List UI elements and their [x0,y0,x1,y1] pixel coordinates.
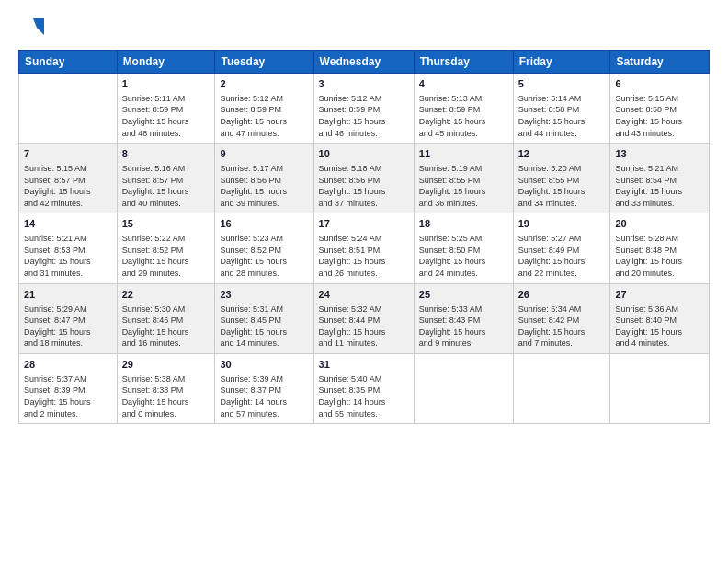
calendar-cell: 28Sunrise: 5:37 AM Sunset: 8:39 PM Dayli… [19,353,118,423]
day-number: 3 [319,77,409,91]
calendar-cell: 8Sunrise: 5:16 AM Sunset: 8:57 PM Daylig… [117,144,215,213]
day-info: Sunrise: 5:12 AM Sunset: 8:59 PM Dayligh… [319,93,409,139]
calendar-cell: 21Sunrise: 5:29 AM Sunset: 8:47 PM Dayli… [19,283,118,353]
day-info: Sunrise: 5:20 AM Sunset: 8:55 PM Dayligh… [518,163,606,209]
calendar-cell: 4Sunrise: 5:13 AM Sunset: 8:59 PM Daylig… [414,74,513,144]
day-number: 1 [122,77,210,91]
day-info: Sunrise: 5:14 AM Sunset: 8:58 PM Dayligh… [518,93,606,139]
day-number: 9 [220,147,308,161]
day-info: Sunrise: 5:28 AM Sunset: 8:48 PM Dayligh… [615,233,704,279]
day-number: 23 [220,288,308,302]
day-info: Sunrise: 5:23 AM Sunset: 8:52 PM Dayligh… [220,233,308,279]
day-info: Sunrise: 5:40 AM Sunset: 8:35 PM Dayligh… [319,373,409,419]
day-number: 7 [24,147,112,161]
day-number: 12 [518,147,606,161]
calendar-cell [19,74,118,144]
day-header-wednesday: Wednesday [313,51,414,74]
calendar-cell [513,353,610,423]
calendar-cell: 3Sunrise: 5:12 AM Sunset: 8:59 PM Daylig… [313,74,414,144]
calendar-cell: 2Sunrise: 5:12 AM Sunset: 8:59 PM Daylig… [215,74,313,144]
header-row: SundayMondayTuesdayWednesdayThursdayFrid… [19,51,710,74]
day-header-saturday: Saturday [610,51,710,74]
day-info: Sunrise: 5:15 AM Sunset: 8:58 PM Dayligh… [615,93,704,139]
day-number: 29 [122,358,210,372]
calendar-cell: 18Sunrise: 5:25 AM Sunset: 8:50 PM Dayli… [414,213,513,283]
day-info: Sunrise: 5:17 AM Sunset: 8:56 PM Dayligh… [220,163,308,209]
day-number: 17 [319,217,409,231]
day-number: 25 [419,288,508,302]
day-info: Sunrise: 5:11 AM Sunset: 8:59 PM Dayligh… [122,93,210,139]
day-info: Sunrise: 5:15 AM Sunset: 8:57 PM Dayligh… [24,163,112,209]
day-number: 11 [419,147,508,161]
calendar-cell: 26Sunrise: 5:34 AM Sunset: 8:42 PM Dayli… [513,283,610,353]
day-number: 26 [518,288,606,302]
day-number: 10 [319,147,409,161]
calendar-cell: 6Sunrise: 5:15 AM Sunset: 8:58 PM Daylig… [610,74,710,144]
calendar-cell: 29Sunrise: 5:38 AM Sunset: 8:38 PM Dayli… [117,353,215,423]
calendar-cell: 1Sunrise: 5:11 AM Sunset: 8:59 PM Daylig… [117,74,215,144]
day-info: Sunrise: 5:27 AM Sunset: 8:49 PM Dayligh… [518,233,606,279]
day-number: 13 [615,147,704,161]
calendar-cell: 7Sunrise: 5:15 AM Sunset: 8:57 PM Daylig… [19,144,118,213]
calendar-cell: 11Sunrise: 5:19 AM Sunset: 8:55 PM Dayli… [414,144,513,213]
day-number: 19 [518,217,606,231]
day-header-monday: Monday [117,51,215,74]
calendar-cell: 20Sunrise: 5:28 AM Sunset: 8:48 PM Dayli… [610,213,710,283]
calendar-cell: 25Sunrise: 5:33 AM Sunset: 8:43 PM Dayli… [414,283,513,353]
calendar-table: SundayMondayTuesdayWednesdayThursdayFrid… [18,50,710,424]
week-row-1: 1Sunrise: 5:11 AM Sunset: 8:59 PM Daylig… [19,74,710,144]
day-number: 8 [122,147,210,161]
day-info: Sunrise: 5:36 AM Sunset: 8:40 PM Dayligh… [615,304,704,350]
day-info: Sunrise: 5:37 AM Sunset: 8:39 PM Dayligh… [24,373,112,419]
day-number: 20 [615,217,704,231]
week-row-5: 28Sunrise: 5:37 AM Sunset: 8:39 PM Dayli… [19,353,710,423]
calendar-cell: 31Sunrise: 5:40 AM Sunset: 8:35 PM Dayli… [313,353,414,423]
day-number: 21 [24,288,112,302]
day-number: 6 [615,77,704,91]
week-row-2: 7Sunrise: 5:15 AM Sunset: 8:57 PM Daylig… [19,144,710,213]
day-number: 22 [122,288,210,302]
calendar-cell: 9Sunrise: 5:17 AM Sunset: 8:56 PM Daylig… [215,144,313,213]
day-number: 2 [220,77,308,91]
calendar-page: SundayMondayTuesdayWednesdayThursdayFrid… [0,0,728,563]
day-header-thursday: Thursday [414,51,513,74]
day-header-friday: Friday [513,51,610,74]
day-info: Sunrise: 5:32 AM Sunset: 8:44 PM Dayligh… [319,304,409,350]
day-info: Sunrise: 5:34 AM Sunset: 8:42 PM Dayligh… [518,304,606,350]
header [18,15,710,40]
calendar-cell: 15Sunrise: 5:22 AM Sunset: 8:52 PM Dayli… [117,213,215,283]
day-number: 4 [419,77,508,91]
calendar-cell: 16Sunrise: 5:23 AM Sunset: 8:52 PM Dayli… [215,213,313,283]
day-info: Sunrise: 5:30 AM Sunset: 8:46 PM Dayligh… [122,304,210,350]
day-number: 30 [220,358,308,372]
day-info: Sunrise: 5:16 AM Sunset: 8:57 PM Dayligh… [122,163,210,209]
calendar-cell: 5Sunrise: 5:14 AM Sunset: 8:58 PM Daylig… [513,74,610,144]
calendar-cell: 12Sunrise: 5:20 AM Sunset: 8:55 PM Dayli… [513,144,610,213]
day-info: Sunrise: 5:31 AM Sunset: 8:45 PM Dayligh… [220,304,308,350]
logo [18,15,48,40]
calendar-cell: 10Sunrise: 5:18 AM Sunset: 8:56 PM Dayli… [313,144,414,213]
day-number: 18 [419,217,508,231]
day-info: Sunrise: 5:21 AM Sunset: 8:53 PM Dayligh… [24,233,112,279]
day-info: Sunrise: 5:38 AM Sunset: 8:38 PM Dayligh… [122,373,210,419]
day-number: 15 [122,217,210,231]
day-header-tuesday: Tuesday [215,51,313,74]
day-info: Sunrise: 5:24 AM Sunset: 8:51 PM Dayligh… [319,233,409,279]
day-number: 27 [615,288,704,302]
calendar-cell: 13Sunrise: 5:21 AM Sunset: 8:54 PM Dayli… [610,144,710,213]
day-info: Sunrise: 5:25 AM Sunset: 8:50 PM Dayligh… [419,233,508,279]
day-info: Sunrise: 5:39 AM Sunset: 8:37 PM Dayligh… [220,373,308,419]
day-info: Sunrise: 5:33 AM Sunset: 8:43 PM Dayligh… [419,304,508,350]
calendar-cell: 23Sunrise: 5:31 AM Sunset: 8:45 PM Dayli… [215,283,313,353]
week-row-4: 21Sunrise: 5:29 AM Sunset: 8:47 PM Dayli… [19,283,710,353]
day-header-sunday: Sunday [19,51,118,74]
calendar-cell: 17Sunrise: 5:24 AM Sunset: 8:51 PM Dayli… [313,213,414,283]
calendar-cell [610,353,710,423]
calendar-cell [414,353,513,423]
day-info: Sunrise: 5:21 AM Sunset: 8:54 PM Dayligh… [615,163,704,209]
day-number: 16 [220,217,308,231]
day-number: 31 [319,358,409,372]
day-number: 28 [24,358,112,372]
calendar-cell: 14Sunrise: 5:21 AM Sunset: 8:53 PM Dayli… [19,213,118,283]
calendar-cell: 27Sunrise: 5:36 AM Sunset: 8:40 PM Dayli… [610,283,710,353]
